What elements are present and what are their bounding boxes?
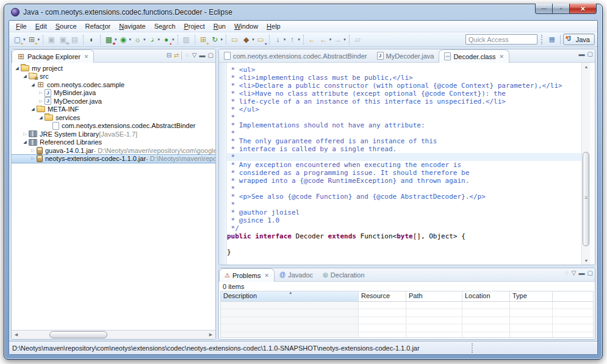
- run-dropdown-icon[interactable]: ▾: [158, 37, 160, 42]
- maximize-view-icon[interactable]: ▢: [587, 270, 593, 276]
- open-perspective-icon[interactable]: ▦: [547, 34, 558, 45]
- update-project-icon[interactable]: ↻: [210, 34, 220, 45]
- next-annotation-icon[interactable]: ↓: [273, 34, 283, 45]
- editor-tab-decoder-class[interactable]: Decoder.class✕: [439, 49, 509, 63]
- title-bar[interactable]: Java - com.neotys.extensions.codec.funct…: [9, 4, 598, 20]
- scroll-right-icon[interactable]: ▶: [206, 330, 215, 339]
- collapse-arrow-icon[interactable]: ◢: [22, 74, 28, 79]
- collapse-arrow-icon[interactable]: ◢: [22, 140, 28, 145]
- menu-project[interactable]: Project: [180, 21, 209, 31]
- column-header-type[interactable]: Type: [510, 291, 553, 301]
- menu-run[interactable]: Run: [209, 21, 230, 31]
- view-menu-icon[interactable]: ⁘: [184, 52, 189, 59]
- minimize-view-icon[interactable]: ▬: [579, 270, 585, 276]
- tree-item-mybinder-java[interactable]: ▷MyBinder.java: [12, 89, 215, 98]
- menu-file[interactable]: File: [12, 21, 31, 31]
- menu-search[interactable]: Search: [150, 21, 180, 31]
- tree-item-com-neotys-codec-sample[interactable]: ◢com.neotys.codec.sample: [12, 80, 215, 89]
- open-folder-icon[interactable]: ▭: [229, 34, 240, 45]
- back-dropdown-icon[interactable]: ▾: [329, 37, 332, 42]
- view-chevron-icon[interactable]: ▽: [572, 270, 576, 276]
- tree-item-meta-inf[interactable]: ◢META-INF: [12, 105, 215, 114]
- coverage-icon[interactable]: ▩■: [104, 34, 114, 45]
- collapse-arrow-icon[interactable]: ◢: [30, 82, 36, 87]
- tree-item-src[interactable]: ◢src: [12, 73, 215, 81]
- debug-icon[interactable]: ☼: [132, 34, 143, 45]
- menu-help[interactable]: Help: [262, 21, 285, 31]
- sonar-icon[interactable]: ◐: [87, 34, 97, 45]
- update-project-dropdown-icon[interactable]: ▾: [221, 37, 223, 42]
- overview-ruler[interactable]: [590, 63, 595, 265]
- minimize-button[interactable]: —: [535, 4, 553, 14]
- close-tab-icon[interactable]: ✕: [264, 273, 269, 279]
- run-config-dropdown-icon[interactable]: ▾: [129, 37, 132, 42]
- collapse-arrow-icon[interactable]: ◢: [14, 66, 20, 71]
- column-header-description[interactable]: ▴Description: [221, 291, 359, 301]
- maximize-view-icon[interactable]: ▢: [208, 52, 214, 59]
- menu-edit[interactable]: Edit: [31, 21, 51, 31]
- tree-item-my-project[interactable]: ◢my project: [12, 64, 215, 73]
- menu-refactor[interactable]: Refactor: [81, 21, 115, 31]
- expand-arrow-icon[interactable]: ▷: [30, 148, 36, 153]
- back-icon[interactable]: ←: [318, 34, 329, 45]
- column-header-resource[interactable]: Resource: [359, 291, 406, 301]
- expand-arrow-icon[interactable]: ▷: [38, 90, 44, 95]
- expand-arrow-icon[interactable]: ▷: [38, 99, 44, 104]
- column-header-location[interactable]: Location: [462, 291, 510, 301]
- profile-icon[interactable]: ●▲: [161, 34, 171, 45]
- tree-item-guava-14-0-1-jar[interactable]: ▷guava-14.0.1.jar - D:\Neotys\maven\repo…: [12, 146, 215, 155]
- scroll-down-icon[interactable]: ▼: [582, 257, 591, 265]
- tab-package-explorer[interactable]: Package Explorer ✕: [12, 49, 94, 63]
- editor-tab-mydecoder-java[interactable]: MyDecoder.java: [372, 49, 439, 62]
- maximize-button[interactable]: ▫: [553, 4, 570, 14]
- close-tab-icon[interactable]: ✕: [499, 54, 504, 60]
- menu-navigate[interactable]: Navigate: [115, 21, 149, 31]
- java-perspective-button[interactable]: J Java: [563, 34, 595, 45]
- tree-item-referenced-libraries[interactable]: ◢Referenced Libraries: [12, 138, 215, 147]
- minimize-view-icon[interactable]: ▬: [199, 52, 206, 59]
- expand-arrow-icon[interactable]: ▷: [30, 156, 36, 161]
- tree-item-com-neotys-extensions-codec-abstractbind[interactable]: com.neotys.extensions.codec.AbstractBind…: [12, 122, 215, 130]
- tab-javadoc[interactable]: @Javadoc: [275, 268, 318, 281]
- vertical-scrollbar[interactable]: ▲ ▼: [581, 63, 590, 265]
- prev-annotation-icon[interactable]: ↑: [287, 34, 297, 45]
- column-header-path[interactable]: Path: [406, 291, 462, 301]
- maximize-view-icon[interactable]: ▢: [587, 51, 593, 57]
- tree-item-jre-system-library[interactable]: ▷JRE System Library [JavaSE-1.7]: [12, 130, 215, 138]
- code-editor[interactable]: * <ul> * <li>implementing class must be …: [227, 63, 581, 265]
- tab-declaration[interactable]: ◎Declaration: [318, 268, 369, 281]
- editor-tab-com-neotys-extensions-codec-abstractbinder[interactable]: com.neotys.extensions.codec.AbstractBind…: [219, 49, 372, 62]
- new-wizard-icon[interactable]: ▢★: [12, 34, 23, 45]
- scroll-up-icon[interactable]: ▲: [582, 63, 591, 71]
- collapse-arrow-icon[interactable]: ◢: [38, 115, 44, 120]
- scrollbar-thumb[interactable]: [583, 152, 589, 247]
- collapse-all-icon[interactable]: ⊟: [167, 52, 171, 59]
- run-icon[interactable]: ●▶: [147, 34, 157, 45]
- forward-dropdown-icon[interactable]: ▾: [343, 37, 346, 42]
- close-button[interactable]: ✕: [570, 4, 597, 14]
- prev-annotation-dropdown-icon[interactable]: ▾: [298, 37, 300, 42]
- expand-arrow-icon[interactable]: ▷: [22, 132, 28, 137]
- brush-dropdown-icon[interactable]: ▾: [252, 37, 254, 42]
- link-with-editor-icon[interactable]: ⇄: [174, 52, 179, 59]
- view-chevron-icon[interactable]: ▽: [192, 52, 197, 59]
- run-config-icon[interactable]: ◉: [118, 34, 129, 45]
- folder-package-icon[interactable]: ▭●: [256, 34, 266, 45]
- tree-item-mydecoder-java[interactable]: ▷MyDecoder.java: [12, 97, 215, 105]
- new-java-project-icon[interactable]: ⊞★: [27, 34, 37, 45]
- tree-item-neotys-extensions-codec-1-1-0-jar[interactable]: ▷neotys-extensions-codec-1.1.0.jar - D:\…: [12, 155, 215, 163]
- minimize-view-icon[interactable]: ▬: [579, 51, 585, 57]
- last-edit-location-icon[interactable]: ←: [307, 34, 317, 45]
- menu-source[interactable]: Source: [51, 21, 81, 31]
- horizontal-scrollbar[interactable]: ◀ ▶: [12, 330, 215, 339]
- new-package-icon[interactable]: ⊞★: [198, 34, 209, 45]
- close-view-icon[interactable]: ✕: [84, 54, 89, 60]
- tab-problems[interactable]: ⚠Problems✕: [219, 268, 275, 282]
- quick-access-input[interactable]: [465, 34, 537, 45]
- menu-window[interactable]: Window: [230, 21, 262, 31]
- view-menu-icon[interactable]: ⁘: [564, 270, 569, 276]
- debug-dropdown-icon[interactable]: ▾: [143, 37, 146, 42]
- collapse-arrow-icon[interactable]: ◢: [30, 107, 36, 112]
- next-annotation-dropdown-icon[interactable]: ▾: [284, 37, 286, 42]
- tree-item-services[interactable]: ◢services: [12, 113, 215, 122]
